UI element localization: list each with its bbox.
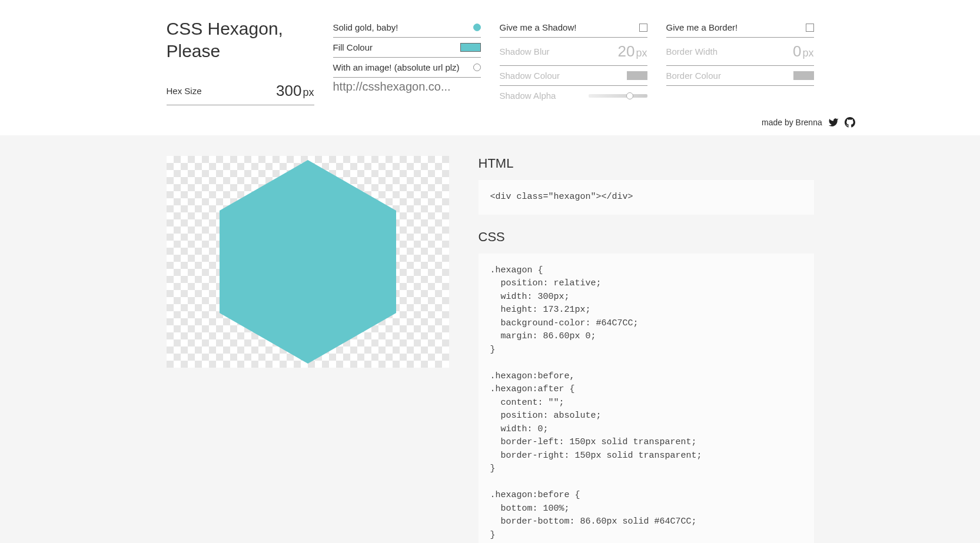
shadow-alpha-slider	[589, 94, 647, 98]
border-toggle[interactable]: Give me a Border!	[666, 18, 814, 38]
image-url-input[interactable]	[333, 78, 481, 96]
border-colour-label: Border Colour	[666, 71, 721, 81]
image-fill-option[interactable]: With an image! (absolute url plz)	[333, 58, 481, 78]
shadow-toggle[interactable]: Give me a Shadow!	[500, 18, 647, 38]
shadow-colour-swatch	[627, 71, 647, 80]
credit-line: made by Brenna	[102, 105, 879, 135]
shadow-colour-label: Shadow Colour	[500, 71, 560, 81]
css-heading: CSS	[479, 229, 814, 245]
checkbox-empty-icon[interactable]	[639, 24, 647, 32]
github-icon[interactable]	[845, 117, 855, 129]
fill-colour-field[interactable]: Fill Colour	[333, 38, 481, 58]
hex-size-value: 300px	[276, 82, 314, 100]
hex-size-field[interactable]: Hex Size 300px	[167, 77, 314, 105]
hexagon-preview	[167, 156, 449, 368]
hex-size-label: Hex Size	[167, 86, 202, 96]
solid-fill-label: Solid gold, baby!	[333, 22, 398, 32]
shadow-blur-value: 20px	[618, 42, 647, 61]
html-code-block[interactable]: <div class="hexagon"></div>	[479, 180, 814, 215]
image-fill-label: With an image! (absolute url plz)	[333, 62, 460, 72]
shadow-blur-label: Shadow Blur	[500, 46, 550, 56]
page-title: CSS Hexagon, Please	[167, 18, 314, 62]
border-width-label: Border Width	[666, 46, 718, 56]
border-title: Give me a Border!	[666, 22, 738, 32]
border-width-field: Border Width 0px	[666, 38, 814, 66]
slider-thumb-icon	[626, 92, 633, 99]
checkbox-empty-icon[interactable]	[806, 24, 814, 32]
radio-empty-icon[interactable]	[473, 64, 481, 71]
twitter-icon[interactable]	[828, 117, 839, 129]
border-colour-field: Border Colour	[666, 66, 814, 86]
solid-fill-option[interactable]: Solid gold, baby!	[333, 18, 481, 38]
shadow-alpha-field: Shadow Alpha	[500, 86, 647, 105]
shadow-alpha-label: Shadow Alpha	[500, 91, 556, 101]
border-width-value: 0px	[793, 42, 813, 61]
hexagon-shape	[220, 211, 396, 312]
shadow-title: Give me a Shadow!	[500, 22, 577, 32]
html-heading: HTML	[479, 156, 814, 171]
fill-colour-label: Fill Colour	[333, 42, 373, 52]
fill-colour-swatch[interactable]	[460, 43, 481, 52]
shadow-blur-field: Shadow Blur 20px	[500, 38, 647, 66]
css-code-block[interactable]: .hexagon { position: relative; width: 30…	[479, 254, 814, 544]
shadow-colour-field: Shadow Colour	[500, 66, 647, 86]
border-colour-swatch	[793, 71, 814, 80]
radio-filled-icon[interactable]	[473, 24, 481, 31]
